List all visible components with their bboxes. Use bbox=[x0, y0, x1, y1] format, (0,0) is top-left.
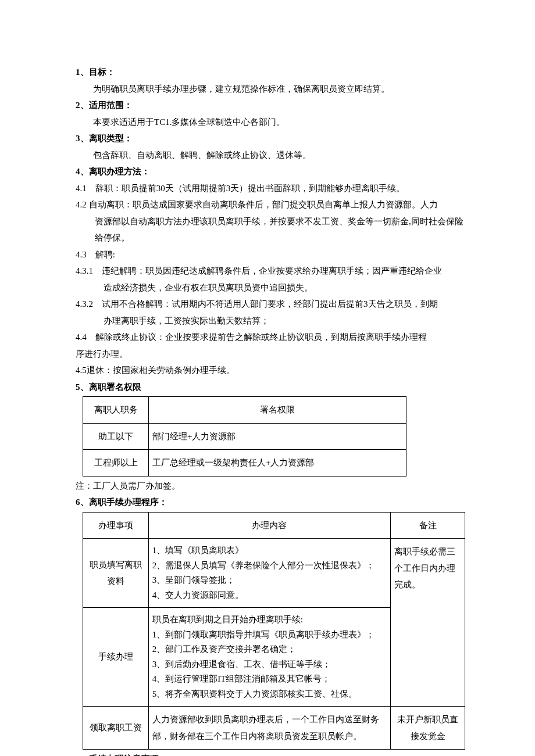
table-row: 办理事项 办理内容 备注 bbox=[83, 512, 465, 539]
section-6-head: 6、离职手续办理程序： bbox=[76, 494, 465, 511]
col-position-header: 离职人职务 bbox=[83, 397, 149, 424]
table-row: 离职人职务 署名权限 bbox=[83, 397, 406, 424]
para-4-3-1-b: 造成经济损失，企业有权在职员离职员资中追回损失。 bbox=[76, 280, 465, 296]
para-4-2-a: 4.2 自动离职：职员达成国家要求自动离职条件后，部门提交职员自离单上报人力资源… bbox=[76, 196, 465, 213]
cell-remark: 离职手续必需三个工作日内办理完成。 bbox=[391, 539, 465, 707]
para-4-3-1-a: 4.3.1 违纪解聘：职员因违纪达成解聘条件后，企业按要求给办理离职手续；因严重… bbox=[76, 263, 465, 280]
cell-item: 领取离职工资 bbox=[83, 707, 149, 750]
section-3-body: 包含辞职、自动离职、解聘、解除或终止协议、退休等。 bbox=[76, 147, 465, 164]
table-row: 工程师以上 工厂总经理或一级架构责任人+人力资源部 bbox=[83, 450, 406, 476]
col-item-header: 办理事项 bbox=[83, 512, 149, 539]
cell-item: 职员填写离职资料 bbox=[83, 539, 149, 608]
cell-position: 助工以下 bbox=[83, 423, 149, 450]
cell-authority: 部门经理+人力资源部 bbox=[149, 423, 406, 450]
section-3-head: 3、离职类型： bbox=[76, 130, 465, 147]
para-4-5: 4.5退休：按国家相关劳动条例办理手续。 bbox=[76, 362, 465, 379]
cell-remark: 未开户新职员直接发觉金 bbox=[391, 707, 465, 750]
section-4-head: 4、离职办理方法： bbox=[76, 163, 465, 180]
para-4-4-a: 4.4 解除或终止协议：企业按要求提前告之解除或终止协议职员，到期后按离职手续办… bbox=[76, 329, 465, 346]
para-4-1: 4.1 辞职：职员提前30天（试用期提前3天）提出书面辞职，到期能够办理离职手续… bbox=[76, 180, 465, 197]
col-remark-header: 备注 bbox=[391, 512, 465, 539]
section-5-head: 5、离职署名权限 bbox=[76, 379, 465, 396]
section-1-body: 为明确职员离职手续办理步骤，建立规范操作标准，确保离职员资立即结算。 bbox=[76, 81, 465, 98]
para-4-2-b: 资源部以自动离职方法办理该职员离职手续，并按要求不发工资、奖金等一切薪金,同时社… bbox=[76, 213, 465, 246]
cell-content: 人力资源部收到职员离职办理表后，一个工作日内送至财务部，财务部在三个工作日内将离… bbox=[148, 707, 391, 750]
section-5-note: 注：工厂人员需厂办加签。 bbox=[76, 478, 465, 495]
cell-content: 1、填写《职员离职表》 2、需退保人员填写《养老保险个人部分一次性退保表》； 3… bbox=[148, 539, 391, 608]
table-row: 助工以下 部门经理+人力资源部 bbox=[83, 423, 406, 450]
table-row: 领取离职工资 人力资源部收到职员离职办理表后，一个工作日内送至财务部，财务部在三… bbox=[83, 707, 465, 750]
cell-item: 手续办理 bbox=[83, 608, 149, 707]
section-1-head: 1、目标： bbox=[76, 64, 465, 81]
para-4-4-b: 序进行办理。 bbox=[76, 346, 465, 363]
signature-authority-table: 离职人职务 署名权限 助工以下 部门经理+人力资源部 工程师以上 工厂总经理或一… bbox=[83, 396, 406, 476]
cell-position: 工程师以上 bbox=[83, 450, 149, 476]
cell-content: 职员在离职到期之日开始办理离职手续: 1、到部门领取离职指导并填写《职员离职手续… bbox=[148, 608, 391, 707]
cell-authority: 工厂总经理或一级架构责任人+人力资源部 bbox=[149, 450, 406, 476]
para-4-3-2-a: 4.3.2 试用不合格解聘：试用期内不符适用人部门要求，经部门提出后提前3天告之… bbox=[76, 296, 465, 313]
table-row: 职员填写离职资料 1、填写《职员离职表》 2、需退保人员填写《养老保险个人部分一… bbox=[83, 539, 465, 608]
procedure-table: 办理事项 办理内容 备注 职员填写离职资料 1、填写《职员离职表》 2、需退保人… bbox=[83, 512, 465, 750]
col-content-header: 办理内容 bbox=[148, 512, 391, 539]
section-7-head: 7、手续办理注意事项: bbox=[76, 751, 465, 756]
section-2-head: 2、适用范围： bbox=[76, 97, 465, 114]
section-2-body: 本要求适适用于TC1.多媒体全球制造中心各部门。 bbox=[76, 114, 465, 131]
col-authority-header: 署名权限 bbox=[149, 397, 406, 424]
para-4-3-2-b: 办理离职手续，工资按实际出勤天数结算； bbox=[76, 313, 465, 329]
para-4-3: 4.3 解聘: bbox=[76, 246, 465, 263]
